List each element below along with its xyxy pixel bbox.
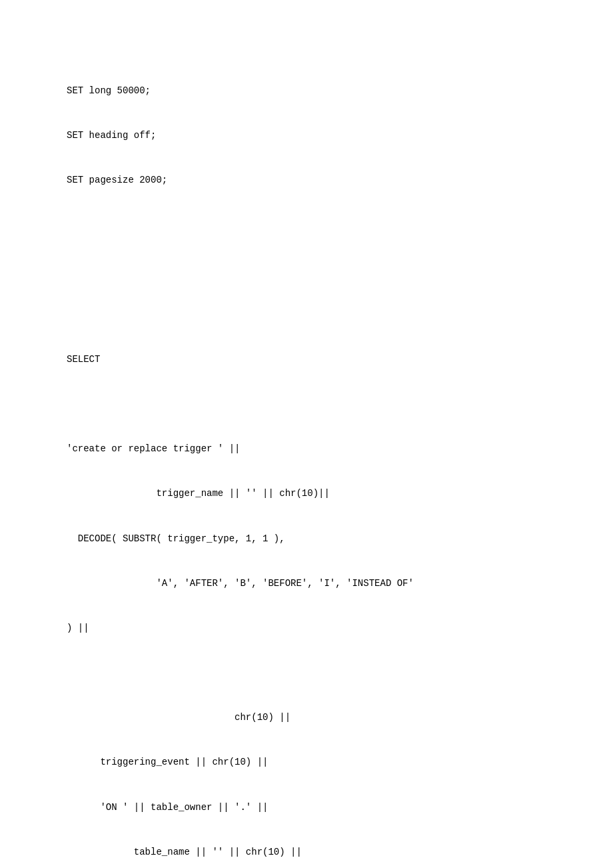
code-line-select: SELECT: [67, 352, 546, 367]
code-line-9: ) ||: [67, 621, 546, 635]
code-line-2: SET heading off;: [67, 128, 546, 143]
empty-line-2: [67, 262, 546, 277]
code-line-5: 'create or replace trigger ' ||: [67, 441, 546, 456]
code-line-12: 'ON ' || table_owner || '.' ||: [67, 800, 546, 815]
code-block: SET long 50000; SET heading off; SET pag…: [0, 0, 613, 868]
code-line-11: triggering_event || chr(10) ||: [67, 755, 546, 769]
code-line-6: trigger_name || '' || chr(10)||: [67, 486, 546, 501]
code-line-1: SET long 50000;: [67, 83, 546, 98]
empty-line-4: [67, 397, 546, 411]
code-line-10: chr(10) ||: [67, 710, 546, 725]
code-line-8: 'A', 'AFTER', 'B', 'BEFORE', 'I', 'INSTE…: [67, 576, 546, 591]
empty-line-3: [67, 307, 546, 322]
empty-line-1: [67, 217, 546, 232]
code-line-13: table_name || '' || chr(10) ||: [67, 845, 546, 859]
empty-line-5: [67, 665, 546, 680]
code-line-3: SET pagesize 2000;: [67, 173, 546, 187]
code-line-7: DECODE( SUBSTR( trigger_type, 1, 1 ),: [67, 531, 546, 546]
